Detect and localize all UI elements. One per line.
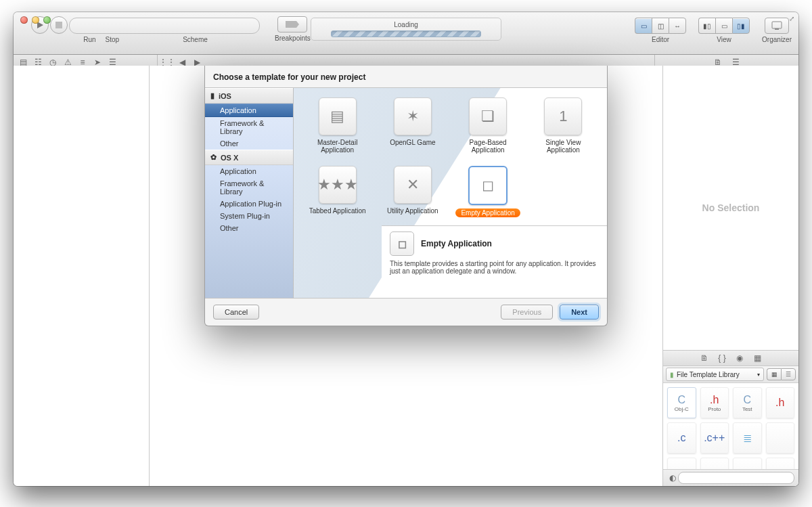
stop-label: Stop — [106, 36, 120, 43]
library-grid: CObj-C.hProtoCTest.h.c.c++≣◧■ — [663, 383, 798, 469]
navigator-area — [14, 66, 150, 486]
toggle-debug-icon[interactable]: ▭ — [715, 18, 732, 34]
library-search-input[interactable] — [678, 472, 794, 484]
template-detail-pane: ◻︎ Empty Application This template provi… — [382, 225, 607, 298]
utilities-area: No Selection 🗎 { } ◉ ▦ ▮File Template Li… — [662, 66, 798, 486]
template-label: OpenGL Game — [390, 139, 435, 146]
library-item-glyph: C — [677, 394, 685, 406]
breakpoints-button[interactable] — [277, 16, 307, 32]
template-category-list: ▮iOSApplicationFramework & LibraryOther✿… — [205, 88, 294, 298]
editor-mode-segmented[interactable]: ▭ ◫ ↔ — [635, 18, 686, 34]
template-icon: ❏ — [469, 97, 507, 135]
svg-marker-2 — [286, 21, 299, 28]
library-item[interactable]: ≣ — [733, 422, 762, 454]
library-item-label: Obj-C — [675, 406, 689, 412]
library-item-glyph: .c++ — [704, 432, 725, 444]
template-label: Utility Application — [387, 207, 438, 215]
svg-rect-3 — [772, 22, 782, 28]
template-icon: ✶ — [394, 97, 432, 135]
file-template-lib-icon[interactable]: 🗎 — [699, 353, 710, 363]
template-label: Master-Detail Application — [303, 139, 371, 154]
scheme-label: Scheme — [183, 36, 208, 43]
sheet-footer: Cancel Previous Next — [205, 299, 607, 326]
template-icon: 1 — [544, 97, 582, 135]
breakpoints-label: Breakpoints — [275, 35, 311, 42]
category-item[interactable]: Framework & Library — [205, 117, 293, 137]
template-item[interactable]: ❏Page-Based Application — [454, 97, 522, 154]
template-item[interactable]: ◻︎Empty Application — [454, 166, 522, 217]
list-view-icon[interactable]: ☰ — [781, 368, 796, 380]
template-item[interactable]: 1Single View Application — [529, 97, 597, 154]
no-selection-label: No Selection — [663, 66, 798, 350]
scheme-selector[interactable] — [69, 18, 260, 34]
platform-icon: ✿ — [210, 153, 217, 162]
stop-button[interactable] — [50, 16, 68, 34]
template-item[interactable]: ✶OpenGL Game — [378, 97, 447, 154]
library-item[interactable]: ■ — [733, 458, 762, 469]
library-item[interactable] — [766, 458, 795, 469]
library-item-glyph: .c — [677, 432, 685, 444]
template-icon: ✕ — [394, 166, 432, 204]
library-item[interactable]: .hProto — [700, 387, 729, 418]
sheet-body: ▮iOSApplicationFramework & LibraryOther✿… — [205, 87, 607, 299]
library-search-bar: ◐ — [663, 469, 798, 486]
library-item[interactable]: ◧ — [667, 458, 696, 469]
library-scope-dropdown[interactable]: ▮File Template Library ▾ — [666, 368, 764, 381]
code-snippet-lib-icon[interactable]: { } — [717, 353, 727, 363]
category-item[interactable]: Application — [205, 104, 293, 117]
category-item[interactable]: System Plug-in — [205, 210, 293, 222]
progress-bar-icon — [331, 30, 481, 37]
view-label: View — [717, 36, 731, 43]
grid-view-icon[interactable]: ▦ — [767, 368, 781, 380]
sheet-title: Choose a template for your new project — [213, 72, 599, 82]
template-item[interactable]: ▤Master-Detail Application — [303, 97, 371, 154]
template-label: Single View Application — [529, 139, 597, 154]
library-item[interactable]: .c++ — [700, 422, 729, 454]
media-lib-icon[interactable]: ▦ — [752, 353, 763, 363]
category-item[interactable]: Application — [205, 165, 293, 177]
previous-button[interactable]: Previous — [501, 305, 553, 319]
library-item[interactable]: CTest — [733, 387, 762, 418]
organizer-button[interactable] — [765, 18, 789, 34]
library-item[interactable]: CObj-C — [667, 387, 696, 418]
detail-title: Empty Application — [421, 239, 492, 248]
category-item[interactable]: Other — [205, 222, 293, 234]
svg-rect-1 — [55, 22, 62, 28]
search-icon: ◐ — [667, 473, 678, 483]
library-tab-bar: 🗎 { } ◉ ▦ — [663, 350, 798, 366]
template-icon: ★★★ — [319, 166, 357, 204]
detail-text: This template provides a starting point … — [390, 260, 599, 275]
template-item[interactable]: ✕Utility Application — [378, 166, 447, 217]
library-item[interactable] — [700, 458, 729, 469]
template-icon: ◻︎ — [468, 166, 508, 205]
library-item[interactable] — [766, 422, 795, 454]
template-gallery: ▤Master-Detail Application✶OpenGL Game❏P… — [294, 88, 607, 298]
category-item[interactable]: Application Plug-in — [205, 198, 293, 210]
toggle-utilities-icon[interactable]: ▯▮ — [732, 18, 750, 34]
template-icon: ▤ — [319, 97, 357, 135]
cancel-button[interactable]: Cancel — [213, 305, 259, 319]
assistant-editor-icon[interactable]: ◫ — [652, 18, 669, 34]
close-window-icon[interactable] — [20, 16, 28, 24]
new-project-sheet: Choose a template for your new project ▮… — [204, 66, 608, 326]
zoom-window-icon[interactable] — [43, 16, 51, 24]
template-item[interactable]: ★★★Tabbed Application — [303, 166, 371, 217]
toggle-navigator-icon[interactable]: ▮▯ — [698, 18, 715, 34]
view-segmented[interactable]: ▮▯ ▭ ▯▮ — [698, 18, 750, 34]
minimize-window-icon[interactable] — [32, 16, 39, 24]
library-item[interactable]: .h — [766, 387, 795, 418]
category-item[interactable]: Other — [205, 137, 293, 150]
library-item-glyph: C — [743, 394, 751, 406]
template-label: Empty Application — [455, 208, 520, 217]
category-item[interactable]: Framework & Library — [205, 177, 293, 198]
version-editor-icon[interactable]: ↔ — [669, 18, 686, 34]
library-item[interactable]: .c — [667, 422, 696, 454]
main-toolbar: ⤢ Run Stop Scheme Breakpoints — [14, 12, 798, 55]
standard-editor-icon[interactable]: ▭ — [635, 18, 652, 34]
library-item-glyph: .h — [775, 397, 784, 409]
platform-icon: ▮ — [210, 91, 215, 100]
next-button[interactable]: Next — [560, 305, 599, 319]
template-label: Page-Based Application — [454, 139, 522, 154]
object-lib-icon[interactable]: ◉ — [734, 353, 745, 363]
run-label: Run — [83, 36, 95, 43]
